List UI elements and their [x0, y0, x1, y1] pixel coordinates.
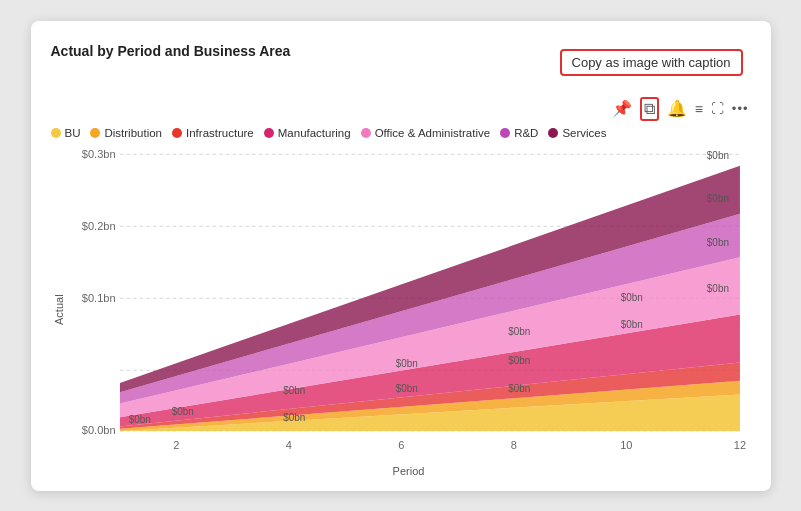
copy-icon[interactable]: ⧉ — [640, 97, 659, 121]
svg-text:$0bn: $0bn — [706, 236, 728, 247]
legend-item-infrastructure: Infrastructure — [172, 127, 254, 139]
svg-text:$0.0bn: $0.0bn — [81, 424, 115, 436]
legend-label-office: Office & Administrative — [375, 127, 490, 139]
chart-svg-container: $0.3bn $0.2bn $0.1bn $0.0bn — [67, 143, 751, 463]
svg-text:$0.2bn: $0.2bn — [81, 219, 115, 231]
legend-label-distribution: Distribution — [104, 127, 162, 139]
svg-text:$0bn: $0bn — [508, 382, 530, 393]
svg-text:$0bn: $0bn — [706, 149, 728, 160]
copy-caption-tooltip: Copy as image with caption — [560, 49, 743, 76]
legend-dot-services — [548, 128, 558, 138]
x-axis-label: Period — [67, 463, 751, 477]
svg-text:$0bn: $0bn — [171, 405, 193, 416]
legend-item-rd: R&D — [500, 127, 538, 139]
svg-text:12: 12 — [733, 439, 745, 451]
main-card: Copy as image with caption Actual by Per… — [31, 21, 771, 491]
svg-text:10: 10 — [620, 439, 632, 451]
legend-dot-infrastructure — [172, 128, 182, 138]
svg-text:$0bn: $0bn — [706, 282, 728, 293]
svg-text:$0bn: $0bn — [283, 385, 305, 396]
legend-dot-distribution — [90, 128, 100, 138]
legend-item-services: Services — [548, 127, 606, 139]
legend-label-services: Services — [562, 127, 606, 139]
svg-text:$0bn: $0bn — [508, 325, 530, 336]
svg-text:$0.3bn: $0.3bn — [81, 147, 115, 159]
legend-item-manufacturing: Manufacturing — [264, 127, 351, 139]
expand-icon[interactable]: ⛶ — [711, 101, 724, 116]
legend-label-infrastructure: Infrastructure — [186, 127, 254, 139]
chart-svg: $0.3bn $0.2bn $0.1bn $0.0bn — [67, 143, 751, 463]
filter-icon[interactable]: ≡ — [695, 101, 703, 117]
svg-text:$0bn: $0bn — [508, 354, 530, 365]
legend-label-manufacturing: Manufacturing — [278, 127, 351, 139]
legend-item-bu: BU — [51, 127, 81, 139]
legend-label-bu: BU — [65, 127, 81, 139]
y-axis-label: Actual — [51, 143, 65, 477]
legend-dot-rd — [500, 128, 510, 138]
svg-text:$0bn: $0bn — [706, 193, 728, 204]
chart-title: Actual by Period and Business Area — [51, 43, 291, 59]
chart-area: Actual $0.3bn $0.2bn $0.1bn $0.0bn — [51, 143, 751, 477]
svg-text:$0.1bn: $0.1bn — [81, 291, 115, 303]
svg-text:$0bn: $0bn — [283, 411, 305, 422]
legend-item-office: Office & Administrative — [361, 127, 490, 139]
chart-inner: $0.3bn $0.2bn $0.1bn $0.0bn — [67, 143, 751, 477]
toolbar: 📌 ⧉ 🔔 ≡ ⛶ ••• — [612, 97, 751, 121]
svg-text:$0bn: $0bn — [128, 413, 150, 424]
svg-text:$0bn: $0bn — [620, 318, 642, 329]
legend-dot-bu — [51, 128, 61, 138]
svg-text:4: 4 — [285, 439, 291, 451]
svg-text:$0bn: $0bn — [620, 291, 642, 302]
svg-text:6: 6 — [398, 439, 404, 451]
more-icon[interactable]: ••• — [732, 101, 749, 116]
legend-label-rd: R&D — [514, 127, 538, 139]
legend-dot-office — [361, 128, 371, 138]
legend-item-distribution: Distribution — [90, 127, 162, 139]
svg-text:2: 2 — [173, 439, 179, 451]
chart-legend: BU Distribution Infrastructure Manufactu… — [51, 127, 751, 139]
svg-text:$0bn: $0bn — [395, 382, 417, 393]
pin-icon[interactable]: 📌 — [612, 99, 632, 118]
tooltip-text: Copy as image with caption — [572, 55, 731, 70]
legend-dot-manufacturing — [264, 128, 274, 138]
svg-text:$0bn: $0bn — [395, 357, 417, 368]
svg-text:8: 8 — [510, 439, 516, 451]
bell-icon[interactable]: 🔔 — [667, 99, 687, 118]
